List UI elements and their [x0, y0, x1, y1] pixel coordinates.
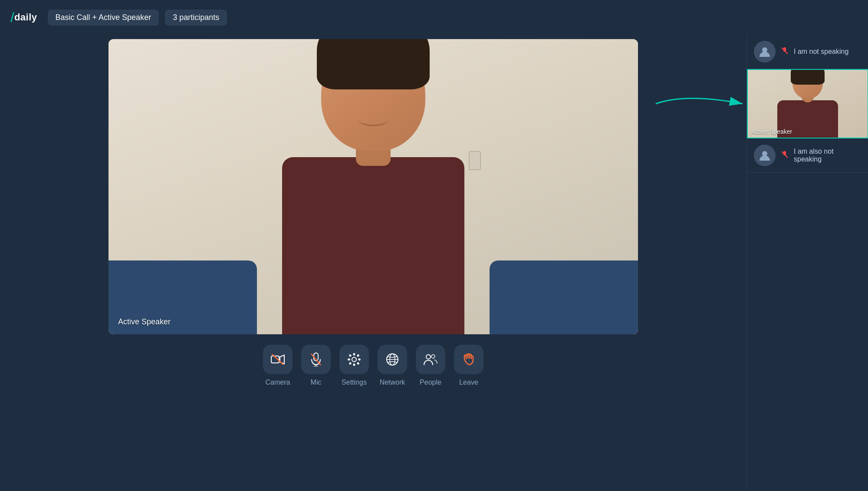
toolbar-item-people: People	[416, 345, 445, 386]
svg-point-11	[358, 359, 361, 361]
thumb-bg	[748, 70, 868, 138]
camera-label: Camera	[266, 379, 290, 386]
network-label: Network	[380, 379, 405, 386]
settings-label: Settings	[342, 379, 367, 386]
mic-muted-icon-3	[781, 151, 789, 158]
people-icon	[424, 353, 437, 366]
toolbar-item-network: Network	[378, 345, 407, 386]
svg-point-19	[426, 355, 431, 359]
muted-icon-3	[781, 151, 789, 160]
mic-button[interactable]	[301, 345, 331, 374]
leave-label: Leave	[459, 379, 478, 386]
participant-avatar-1	[754, 41, 776, 63]
sidebar-participant-1: I am not speaking	[747, 35, 868, 69]
toolbar: Camera Mic	[263, 334, 483, 397]
main-content: Active Speaker Camera	[0, 35, 868, 491]
svg-point-7	[352, 357, 356, 362]
leave-button[interactable]	[454, 345, 483, 374]
svg-point-12	[349, 355, 352, 357]
svg-point-14	[357, 355, 359, 357]
main-video-container: Active Speaker	[108, 39, 638, 334]
logo-slash-icon: /	[10, 10, 14, 24]
settings-button[interactable]	[339, 345, 369, 374]
person-body	[282, 157, 464, 334]
participant-avatar-3	[754, 145, 776, 166]
person-mouth	[358, 113, 388, 126]
light-switch	[469, 151, 481, 170]
sidebar-participant-3: I am also not speaking	[747, 138, 868, 173]
mic-muted-icon-1	[781, 47, 789, 55]
people-button[interactable]	[416, 345, 445, 374]
svg-point-15	[349, 362, 352, 365]
main-video	[108, 39, 638, 334]
toolbar-item-camera: Camera	[263, 345, 293, 386]
svg-point-10	[348, 359, 350, 361]
participant-name-3: I am also not speaking	[794, 148, 861, 163]
camera-icon	[271, 353, 285, 366]
person-avatar-icon-3	[759, 149, 771, 161]
header: / daily Basic Call + Active Speaker 3 pa…	[0, 0, 868, 35]
participants-badge: 3 participants	[165, 10, 227, 26]
mic-label: Mic	[311, 379, 322, 386]
svg-point-13	[357, 362, 359, 365]
camera-button[interactable]	[263, 345, 293, 374]
svg-point-9	[353, 364, 355, 366]
video-area: Active Speaker Camera	[0, 35, 746, 491]
leave-icon	[462, 353, 475, 366]
active-speaker-label: Active Speaker	[751, 128, 792, 135]
toolbar-item-settings: Settings	[339, 345, 369, 386]
sidebar-participant-2: Active Speaker	[747, 69, 868, 138]
logo-text: daily	[14, 12, 37, 23]
network-icon	[386, 353, 399, 366]
toolbar-item-leave: Leave	[454, 345, 483, 386]
svg-point-8	[353, 353, 355, 356]
muted-icon-1	[781, 47, 789, 56]
call-badge: Basic Call + Active Speaker	[48, 10, 159, 26]
logo: / daily	[10, 10, 37, 24]
mic-icon	[310, 353, 322, 366]
svg-point-20	[431, 355, 435, 358]
participant-name-1: I am not speaking	[794, 48, 861, 56]
sidebar: I am not speaking A	[746, 35, 868, 491]
sofa-right	[490, 260, 638, 334]
main-video-label: Active Speaker	[118, 317, 171, 326]
toolbar-item-mic: Mic	[301, 345, 331, 386]
person-avatar-icon-1	[759, 46, 771, 58]
active-speaker-video-thumb: Active Speaker	[747, 69, 868, 138]
settings-icon	[348, 353, 361, 366]
people-label: People	[420, 379, 441, 386]
network-button[interactable]	[378, 345, 407, 374]
